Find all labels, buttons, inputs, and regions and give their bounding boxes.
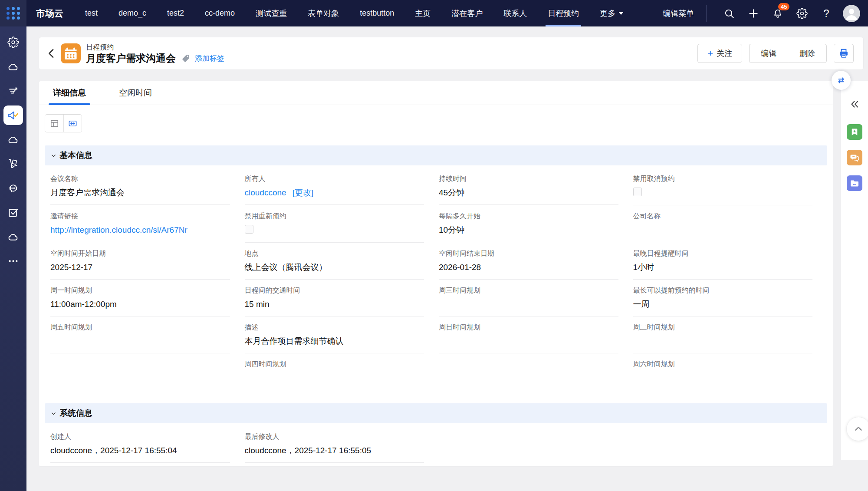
bell-icon[interactable]: 45 [771, 7, 784, 20]
sidebar-item-ellipsis[interactable] [0, 249, 26, 273]
field-label: 禁用取消预约 [633, 175, 813, 183]
app-title: 市场云 [36, 7, 63, 20]
field-空闲时间开始日期: 空闲时间开始日期2025-12-17 [50, 243, 245, 280]
nav-tab-cc-demo[interactable]: cc-demo [203, 0, 237, 26]
app-launcher-button[interactable] [0, 0, 26, 26]
field-label: 最长可以提前预约的时间 [633, 286, 813, 295]
help-icon[interactable]: ? [820, 7, 833, 20]
field-禁用取消预约: 禁用取消预约 [633, 168, 828, 205]
field-value: 10分钟 [439, 225, 618, 235]
nav-tab-label: testbutton [360, 9, 394, 18]
nav-tab-潜在客户[interactable]: 潜在客户 [449, 0, 485, 26]
field-周六时间规划: 周六时间规划 [633, 353, 828, 390]
nav-tab-test2[interactable]: test2 [165, 0, 186, 26]
field-value: cloudccone，2025-12-17 16:55:04 [50, 445, 230, 456]
nav-tab-日程预约[interactable]: 日程预约 [546, 0, 581, 26]
main-area: 日程预约 月度客户需求沟通会 添加标签 + 关注 编辑 删除 [26, 26, 868, 491]
field-每隔多久开始: 每隔多久开始10分钟 [439, 205, 633, 243]
field-grid: 创建人cloudccone，2025-12-17 16:55:04最后修改人cl… [39, 423, 833, 463]
detail-tabs: 详细信息空闲时间 [39, 81, 833, 105]
field-value: 线上会议（腾讯会议） [245, 262, 424, 273]
scroll-top-button[interactable] [846, 417, 868, 441]
sidebar-item-trolley[interactable] [0, 152, 26, 176]
field-value: 11:00am-12:00pm [50, 299, 230, 310]
object-type-label: 日程预约 [86, 43, 224, 51]
nav-tab-label: 日程预约 [548, 8, 579, 19]
nav-tab-表单对象[interactable]: 表单对象 [306, 0, 341, 26]
swap-panel-button[interactable] [832, 71, 851, 90]
add-tag-link[interactable]: 添加标签 [195, 53, 224, 63]
nav-tab-label: 联系人 [503, 8, 527, 19]
sidebar-item-gear[interactable] [0, 30, 26, 54]
sidebar-item-cloud[interactable] [0, 224, 26, 249]
sidebar-item-task-check[interactable] [0, 200, 26, 224]
field-link[interactable]: http://integration.cloudcc.cn/sl/Ar67Nr [50, 225, 187, 234]
record-action-group: 编辑 删除 [749, 44, 827, 63]
field-创建人: 创建人cloudccone，2025-12-17 16:55:04 [50, 426, 245, 463]
section-title: 基本信息 [59, 150, 92, 161]
back-chevron-icon[interactable] [45, 47, 58, 60]
field-value [633, 373, 813, 383]
nav-tab-label: 表单对象 [308, 8, 339, 19]
nav-tab-test[interactable]: test [83, 0, 100, 26]
detail-card: 详细信息空闲时间 基本信息会议名称月度客户需求沟通会所有人cloudccone[… [39, 81, 833, 467]
field-label: 禁用重新预约 [245, 212, 424, 221]
change-owner-link[interactable]: [更改] [293, 188, 314, 197]
printer-icon [838, 48, 849, 59]
field-周五时间规划: 周五时间规划 [50, 316, 245, 353]
owner-link[interactable]: cloudccone [245, 188, 286, 197]
field-周三时间规划: 周三时间规划 [439, 280, 633, 316]
gear-icon [7, 36, 19, 48]
rail-chat-bubbles-icon[interactable] [847, 150, 862, 165]
nav-tab-label: 潜在客户 [451, 8, 483, 19]
edit-button[interactable]: 编辑 [749, 44, 788, 63]
nav-tab-demo_c[interactable]: demo_c [116, 0, 148, 26]
sidebar-item-cloud[interactable] [0, 54, 26, 79]
rail-folder-icon[interactable] [847, 175, 862, 191]
nav-tab-testbutton[interactable]: testbutton [358, 0, 396, 26]
task-check-icon [7, 207, 19, 218]
follow-button[interactable]: + 关注 [697, 44, 742, 63]
field-value: 45分钟 [439, 188, 618, 198]
field-label: 周日时间规划 [439, 323, 618, 332]
avatar[interactable] [843, 5, 860, 22]
field-label: 公司名称 [633, 212, 813, 221]
sidebar-item-funnel[interactable] [0, 79, 26, 103]
nav-tab-主页[interactable]: 主页 [413, 0, 433, 26]
plus-icon[interactable] [747, 7, 760, 20]
sidebar-item-cloud[interactable] [0, 127, 26, 152]
tab-详细信息[interactable]: 详细信息 [50, 81, 89, 105]
print-button[interactable] [834, 44, 854, 63]
full-width-view-button[interactable] [63, 115, 82, 132]
tab-空闲时间[interactable]: 空闲时间 [116, 81, 155, 105]
collapse-rail-icon[interactable] [848, 97, 861, 111]
section-title: 系统信息 [59, 408, 92, 419]
edit-menu-button[interactable]: 编辑菜单 [663, 8, 694, 19]
notification-badge: 45 [778, 3, 789, 10]
field-value: 一周 [633, 299, 813, 310]
field-value: http://integration.cloudcc.cn/sl/Ar67Nr [50, 225, 230, 235]
nav-tab-更多[interactable]: 更多 [598, 0, 626, 26]
field-label: 周五时间规划 [50, 323, 230, 332]
left-sidebar [0, 26, 26, 491]
field-label: 邀请链接 [50, 212, 230, 221]
section-header-基本信息[interactable]: 基本信息 [45, 145, 827, 165]
checkbox-禁用取消预约[interactable] [633, 188, 642, 196]
section-header-系统信息[interactable]: 系统信息 [45, 403, 827, 423]
sidebar-item-headset[interactable] [0, 176, 26, 200]
gear-icon[interactable] [796, 7, 809, 20]
search-icon[interactable] [723, 7, 736, 20]
empty-cell [439, 426, 633, 463]
checkbox-禁用重新预约[interactable] [245, 225, 253, 234]
nav-tab-测试查重[interactable]: 测试查重 [253, 0, 289, 26]
nav-tab-联系人[interactable]: 联系人 [501, 0, 529, 26]
sidebar-item-megaphone-active[interactable] [0, 103, 26, 127]
rail-bookmark-star-icon[interactable] [847, 124, 862, 140]
field-label: 会议名称 [50, 175, 230, 183]
field-label: 描述 [245, 323, 424, 332]
field-value [633, 336, 813, 346]
field-label: 周一时间规划 [50, 286, 230, 295]
delete-button[interactable]: 删除 [788, 44, 827, 63]
layout-view-button[interactable] [45, 115, 63, 132]
field-value [50, 336, 230, 346]
